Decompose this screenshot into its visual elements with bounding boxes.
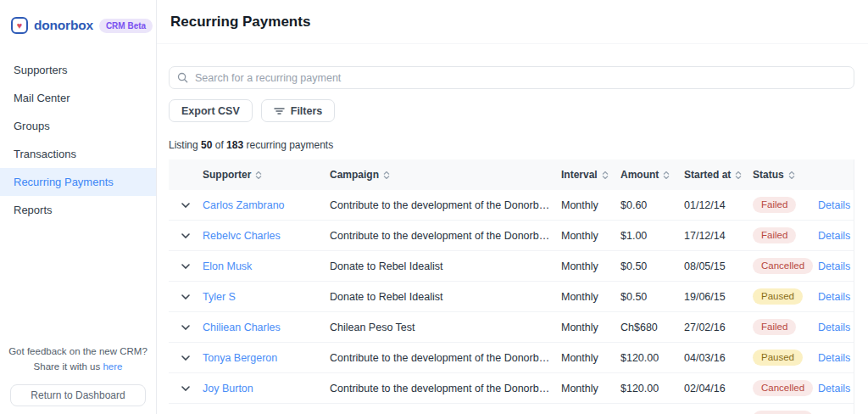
campaign-cell: Contribute to the development of the Don… — [330, 383, 561, 394]
status-badge: Cancelled — [753, 258, 813, 275]
export-csv-label: Export CSV — [181, 105, 240, 117]
campaign-cell: Contribute to the development of the Don… — [330, 230, 561, 242]
amount-cell: $0.50 — [620, 291, 684, 303]
column-header-started-at[interactable]: Started at — [684, 169, 742, 181]
sort-icon — [663, 171, 670, 179]
amount-cell: $1.00 — [620, 230, 684, 242]
row-expand-chevron-icon[interactable] — [180, 384, 192, 393]
amount-cell: $0.60 — [620, 199, 684, 211]
brand-name: donorbox — [34, 18, 93, 33]
row-expand-chevron-icon[interactable] — [180, 293, 192, 301]
details-link[interactable]: Details — [818, 199, 850, 211]
interval-cell: Monthly — [561, 322, 620, 333]
sort-icon — [602, 171, 609, 179]
interval-cell: Monthly — [561, 383, 620, 394]
main-panel: Recurring Payments Export CSV — [157, 0, 868, 414]
campaign-cell: Contribute to the development of the Don… — [330, 199, 561, 211]
sidebar-item-groups[interactable]: Groups — [0, 112, 156, 140]
sidebar-item-transactions[interactable]: Transactions — [0, 140, 156, 168]
row-expand-chevron-icon[interactable] — [180, 232, 192, 240]
table-row: Susan White Contribute to the developmen… — [169, 404, 854, 414]
column-header-amount[interactable]: Amount — [620, 169, 670, 181]
sidebar-nav: Supporters Mail Center Groups Transactio… — [0, 56, 156, 224]
feedback-here-link[interactable]: here — [103, 361, 122, 372]
supporter-link[interactable]: Joy Burton — [203, 383, 253, 394]
search-input[interactable] — [169, 66, 854, 89]
column-label: Interval — [561, 169, 598, 181]
amount-cell: $0.50 — [620, 260, 684, 272]
supporter-link[interactable]: Chiliean Charles — [203, 322, 281, 333]
interval-cell: Monthly — [561, 291, 620, 303]
listing-total-count: 183 — [226, 139, 243, 151]
started-at-cell: 08/05/15 — [684, 260, 753, 272]
started-at-cell: 04/03/16 — [684, 352, 753, 364]
listing-suffix: recurring payments — [246, 139, 333, 151]
crm-beta-badge: CRM Beta — [99, 19, 153, 33]
campaign-cell: Donate to Rebel Idealist — [330, 260, 561, 272]
column-header-supporter[interactable]: Supporter — [203, 169, 262, 181]
search-bar — [169, 66, 854, 89]
sidebar-item-mail-center[interactable]: Mail Center — [0, 84, 156, 112]
export-csv-button[interactable]: Export CSV — [169, 99, 253, 122]
interval-cell: Monthly — [561, 230, 620, 242]
table-header-row: Supporter Campaign Interval Amount Start… — [169, 159, 854, 190]
interval-cell: Monthly — [561, 260, 620, 272]
column-label: Amount — [620, 169, 659, 181]
supporter-link[interactable]: Tonya Bergeron — [203, 352, 277, 364]
interval-cell: Monthly — [561, 199, 620, 211]
details-link[interactable]: Details — [818, 291, 850, 303]
details-link[interactable]: Details — [818, 352, 850, 364]
content-area: Export CSV Filters Listing 50 of 183 rec… — [157, 44, 868, 414]
started-at-cell: 01/12/14 — [684, 199, 753, 211]
page-title: Recurring Payments — [170, 14, 310, 31]
details-link[interactable]: Details — [818, 260, 850, 272]
sort-icon — [735, 171, 742, 179]
sidebar-item-recurring-payments[interactable]: Recurring Payments — [0, 168, 156, 196]
sort-icon — [788, 171, 795, 179]
sort-icon — [383, 171, 390, 179]
campaign-cell: Donate to Rebel Idealist — [330, 291, 561, 303]
column-label: Started at — [684, 169, 731, 181]
supporter-link[interactable]: Rebelvc Charles — [203, 230, 281, 242]
amount-cell: $120.00 — [620, 383, 684, 394]
donorbox-heart-icon: ♥ — [11, 17, 28, 34]
started-at-cell: 17/12/14 — [684, 230, 753, 242]
sort-icon — [255, 171, 262, 179]
started-at-cell: 19/06/15 — [684, 291, 753, 303]
campaign-cell: Contribute to the development of the Don… — [330, 352, 561, 364]
started-at-cell: 02/04/16 — [684, 383, 753, 394]
row-expand-chevron-icon[interactable] — [180, 354, 192, 362]
column-label: Campaign — [330, 169, 379, 181]
search-icon — [177, 72, 188, 83]
filters-button[interactable]: Filters — [261, 99, 336, 122]
supporter-link[interactable]: Elon Musk — [203, 260, 252, 272]
column-header-status[interactable]: Status — [753, 169, 795, 181]
listing-summary: Listing 50 of 183 recurring payments — [169, 139, 854, 151]
column-header-campaign[interactable]: Campaign — [330, 169, 390, 181]
status-badge: Paused — [753, 350, 803, 366]
column-header-interval[interactable]: Interval — [561, 169, 609, 181]
row-expand-chevron-icon[interactable] — [180, 201, 192, 210]
sidebar-item-reports[interactable]: Reports — [0, 196, 156, 224]
page-header: Recurring Payments — [157, 0, 868, 44]
status-badge: Failed — [753, 197, 796, 214]
row-expand-chevron-icon[interactable] — [180, 262, 192, 271]
amount-cell: Ch$680 — [620, 322, 684, 333]
recurring-payments-table: Supporter Campaign Interval Amount Start… — [169, 159, 854, 414]
return-to-dashboard-button[interactable]: Return to Dashboard — [10, 384, 146, 406]
status-badge: Failed — [753, 227, 796, 244]
feedback-line1: Got feedback on the new CRM? — [8, 346, 147, 356]
supporter-link[interactable]: Carlos Zambrano — [203, 199, 285, 211]
filter-icon — [274, 107, 285, 115]
sidebar-item-supporters[interactable]: Supporters — [0, 56, 156, 84]
supporter-link[interactable]: Tyler S — [203, 291, 236, 303]
table-row: Joy Burton Contribute to the development… — [169, 373, 854, 404]
status-badge: Cancelled — [753, 411, 813, 414]
details-link[interactable]: Details — [818, 383, 850, 394]
brand-logo[interactable]: ♥ donorbox CRM Beta — [0, 0, 156, 34]
row-expand-chevron-icon[interactable] — [180, 323, 192, 332]
column-label: Supporter — [203, 169, 251, 181]
details-link[interactable]: Details — [818, 230, 850, 242]
campaign-cell: Chilean Peso Test — [330, 322, 561, 333]
details-link[interactable]: Details — [818, 322, 850, 333]
